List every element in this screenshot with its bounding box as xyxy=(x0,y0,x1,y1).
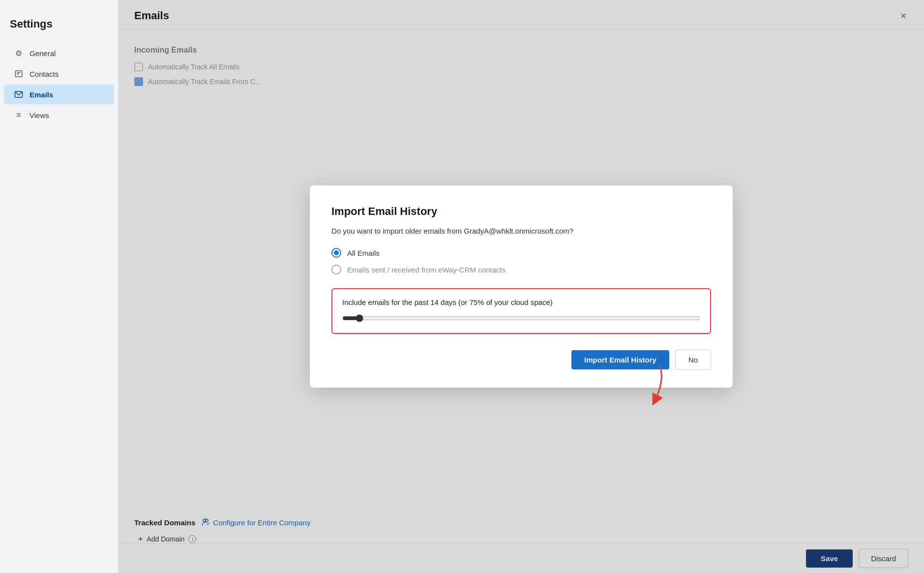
sidebar-item-contacts[interactable]: Contacts xyxy=(4,64,114,84)
radio-contacts-emails-label: Emails sent / received from eWay-CRM con… xyxy=(347,266,506,274)
sidebar-title: Settings xyxy=(0,10,118,42)
sidebar-item-views[interactable]: ≡ Views xyxy=(4,105,114,125)
slider-box: Include emails for the past 14 days (or … xyxy=(331,288,711,334)
import-email-history-button[interactable]: Import Email History xyxy=(571,350,669,369)
radio-all-emails-circle xyxy=(331,248,341,258)
modal-title: Import Email History xyxy=(331,205,711,218)
modal-overlay: Import Email History Do you want to impo… xyxy=(119,0,924,573)
email-icon xyxy=(14,90,24,99)
arrow-annotation xyxy=(640,366,670,405)
sidebar-item-general[interactable]: ⚙ General xyxy=(4,43,114,63)
radio-contacts-emails[interactable]: Emails sent / received from eWay-CRM con… xyxy=(331,265,711,274)
sidebar-label-emails: Emails xyxy=(30,90,53,99)
radio-all-emails-label: All Emails xyxy=(347,249,380,257)
sidebar-label-contacts: Contacts xyxy=(30,70,59,78)
radio-contacts-emails-circle xyxy=(331,265,341,274)
slider-text: Include emails for the past 14 days (or … xyxy=(342,298,700,306)
views-icon: ≡ xyxy=(14,110,24,120)
modal-description: Do you want to import older emails from … xyxy=(331,227,711,235)
sidebar: Settings ⚙ General Contacts Emails ≡ Vie… xyxy=(0,0,118,573)
modal-buttons: Import Email History No xyxy=(331,350,711,370)
contacts-icon xyxy=(14,69,24,79)
sidebar-label-views: Views xyxy=(30,111,49,120)
sidebar-label-general: General xyxy=(30,49,56,58)
sidebar-item-emails[interactable]: Emails xyxy=(4,85,114,104)
main-content: Emails × Incoming Emails Automatically T… xyxy=(118,0,924,573)
radio-group: All Emails Emails sent / received from e… xyxy=(331,248,711,274)
import-email-modal: Import Email History Do you want to impo… xyxy=(310,185,733,388)
days-slider[interactable] xyxy=(342,314,700,322)
radio-all-emails[interactable]: All Emails xyxy=(331,248,711,258)
gear-icon: ⚙ xyxy=(14,48,24,58)
no-button[interactable]: No xyxy=(675,350,711,370)
